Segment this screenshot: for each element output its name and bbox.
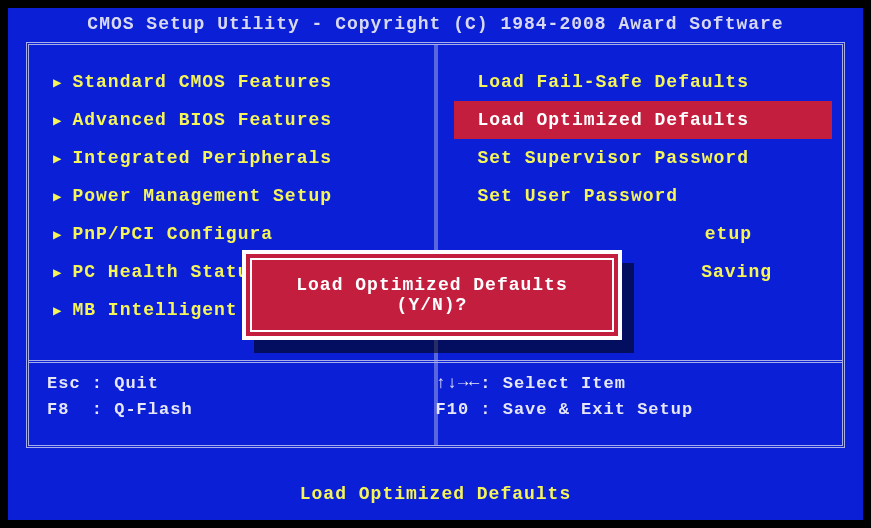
menu-item-label: PnP/PCI Configura: [72, 224, 273, 244]
help-bar: Esc : Quit F8 : Q-Flash ↑↓→←: Select Ite…: [29, 363, 842, 445]
arrow-right-icon: ▶: [53, 74, 62, 91]
menu-item-power-management[interactable]: ▶ Power Management Setup: [47, 177, 426, 215]
confirm-dialog[interactable]: Load Optimized Defaults (Y/N)?: [242, 250, 622, 340]
arrow-right-icon: ▶: [53, 226, 62, 243]
menu-item-label: Load Optimized Defaults: [478, 110, 749, 130]
menu-item-label: Load Fail-Safe Defaults: [478, 72, 749, 92]
menu-item-load-optimized[interactable]: Load Optimized Defaults: [454, 101, 833, 139]
menu-item-standard-cmos[interactable]: ▶ Standard CMOS Features: [47, 63, 426, 101]
menu-item-advanced-bios[interactable]: ▶ Advanced BIOS Features: [47, 101, 426, 139]
menu-item-supervisor-password[interactable]: Set Supervisor Password: [454, 139, 833, 177]
menu-item-pnp-pci[interactable]: ▶ PnP/PCI Configura: [47, 215, 426, 253]
menu-item-user-password[interactable]: Set User Password: [454, 177, 833, 215]
menu-item-save-exit-setup[interactable]: etup: [454, 215, 833, 253]
page-title: CMOS Setup Utility - Copyright (C) 1984-…: [8, 8, 863, 38]
help-left: Esc : Quit F8 : Q-Flash: [47, 371, 436, 437]
menu-item-label: Set Supervisor Password: [478, 148, 749, 168]
arrow-right-icon: ▶: [53, 188, 62, 205]
dialog-inner: Load Optimized Defaults (Y/N)?: [250, 258, 614, 332]
menu-item-label: etup: [705, 224, 752, 244]
dialog-text: Load Optimized Defaults (Y/N)?: [260, 275, 604, 315]
arrow-right-icon: ▶: [53, 264, 62, 281]
help-right: ↑↓→←: Select Item F10 : Save & Exit Setu…: [436, 371, 825, 437]
menu-item-label: Power Management Setup: [72, 186, 332, 206]
arrow-right-icon: ▶: [53, 150, 62, 167]
menu-item-label: Standard CMOS Features: [72, 72, 332, 92]
menu-item-label: PC Health Status: [72, 262, 261, 282]
menu-item-label: Advanced BIOS Features: [72, 110, 332, 130]
bios-screen: CMOS Setup Utility - Copyright (C) 1984-…: [8, 8, 863, 520]
menu-item-load-failsafe[interactable]: Load Fail-Safe Defaults: [454, 63, 833, 101]
arrow-right-icon: ▶: [53, 302, 62, 319]
menu-item-integrated-peripherals[interactable]: ▶ Integrated Peripherals: [47, 139, 426, 177]
footer-hint: Load Optimized Defaults: [8, 484, 863, 504]
menu-item-label: Saving: [701, 262, 772, 282]
arrow-right-icon: ▶: [53, 112, 62, 129]
main-box: ▶ Standard CMOS Features ▶ Advanced BIOS…: [26, 42, 845, 448]
menu-item-label: Integrated Peripherals: [72, 148, 332, 168]
menu-item-label: Set User Password: [478, 186, 679, 206]
